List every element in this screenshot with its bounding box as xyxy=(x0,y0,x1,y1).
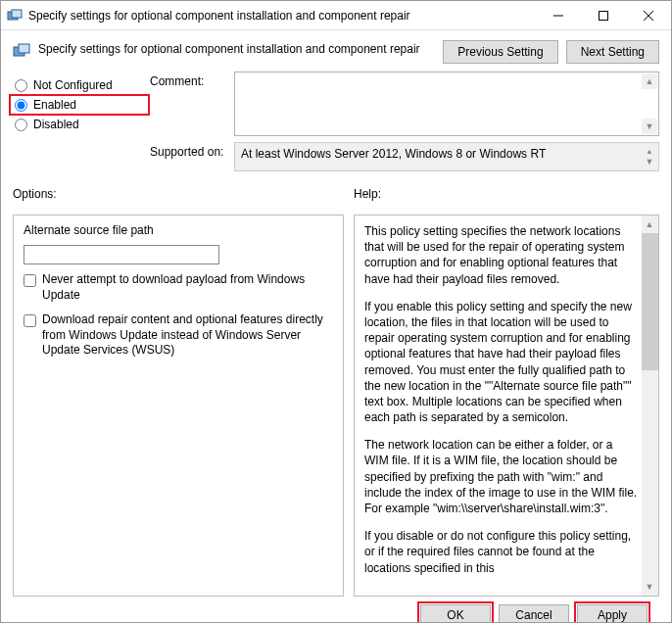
next-setting-button[interactable]: Next Setting xyxy=(566,40,659,64)
svg-rect-3 xyxy=(600,11,608,20)
not-configured-radio[interactable] xyxy=(15,79,27,92)
help-paragraph: This policy setting specifies the networ… xyxy=(364,223,639,287)
download-repair-checkbox[interactable] xyxy=(24,314,36,327)
scroll-up-icon[interactable]: ▲ xyxy=(642,73,657,89)
enabled-label[interactable]: Enabled xyxy=(33,98,76,112)
help-paragraph: If you enable this policy setting and sp… xyxy=(364,299,639,426)
cancel-button[interactable]: Cancel xyxy=(499,604,569,623)
svg-rect-7 xyxy=(19,44,29,53)
supported-on-box: At least Windows Server 2012, Windows 8 … xyxy=(234,142,659,171)
highlight-box xyxy=(9,94,150,116)
never-download-checkbox[interactable] xyxy=(24,274,36,287)
maximize-button[interactable] xyxy=(581,1,626,30)
scroll-up-icon[interactable]: ▲ xyxy=(642,216,657,232)
minimize-button[interactable] xyxy=(536,1,581,30)
policy-icon xyxy=(13,42,30,60)
close-button[interactable] xyxy=(626,1,671,30)
options-heading: Options: xyxy=(13,187,354,201)
supported-label: Supported on: xyxy=(150,142,226,171)
app-icon xyxy=(7,8,23,24)
help-paragraph: The network location can be either a fol… xyxy=(364,437,639,516)
policy-title: Specify settings for optional component … xyxy=(38,40,435,56)
never-download-label[interactable]: Never attempt to download payload from W… xyxy=(42,272,333,303)
scroll-down-icon[interactable]: ▼ xyxy=(642,154,657,169)
svg-rect-1 xyxy=(12,10,22,18)
apply-button[interactable]: Apply xyxy=(577,604,648,623)
window-title: Specify settings for optional component … xyxy=(28,9,536,23)
scroll-down-icon[interactable]: ▼ xyxy=(642,579,657,595)
help-paragraph: If you disable or do not configure this … xyxy=(364,528,639,576)
alt-source-label: Alternate source file path xyxy=(24,223,333,237)
disabled-label[interactable]: Disabled xyxy=(33,118,79,131)
disabled-radio[interactable] xyxy=(15,119,27,131)
comment-textarea[interactable]: ▲ ▼ xyxy=(234,72,659,136)
supported-on-text: At least Windows Server 2012, Windows 8 … xyxy=(241,147,546,161)
not-configured-label[interactable]: Not Configured xyxy=(33,78,113,92)
options-panel: Alternate source file path Never attempt… xyxy=(13,215,344,597)
comment-label: Comment: xyxy=(150,72,226,136)
scroll-down-icon[interactable]: ▼ xyxy=(642,119,657,134)
help-panel: This policy setting specifies the networ… xyxy=(354,215,659,597)
enabled-radio[interactable] xyxy=(15,99,27,112)
scrollbar-thumb[interactable] xyxy=(642,233,658,370)
alt-source-input[interactable] xyxy=(24,245,219,264)
ok-button[interactable]: OK xyxy=(420,604,491,623)
help-heading: Help: xyxy=(354,187,381,201)
previous-setting-button[interactable]: Previous Setting xyxy=(443,40,557,64)
download-repair-label[interactable]: Download repair content and optional fea… xyxy=(42,312,333,359)
scrollbar[interactable]: ▲ ▼ xyxy=(642,216,658,596)
